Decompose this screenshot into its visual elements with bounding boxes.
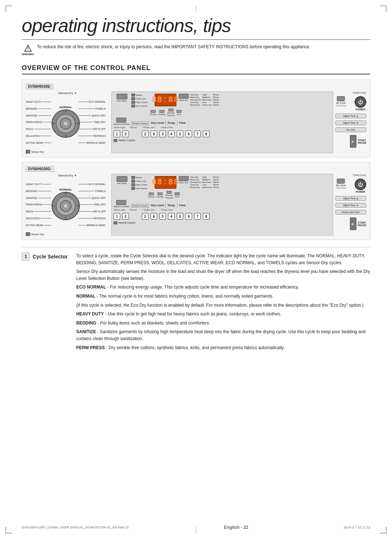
adjust-time-up-area-2: Adjust Time ▲: [335, 196, 366, 201]
vent-sensor-icon-2: [131, 187, 135, 190]
badge-1-1: 1: [114, 131, 120, 137]
cycle-label-refresh-1: REFRESH: [78, 135, 106, 137]
page-footer: DV9100HA DRY_DV56H_USER MANUAL_DC68-0317…: [22, 525, 370, 530]
anti-static-button-1[interactable]: □: [117, 94, 127, 99]
cycle-label-quick-dry-1: QUICK DRY: [78, 114, 106, 117]
adjust-time-up-button-2[interactable]: Adjust Time ▲: [335, 196, 366, 201]
desc-para-2: Sensor Dry automatically senses the mois…: [76, 268, 370, 282]
rack-dry-button-2[interactable]: [179, 176, 189, 181]
sound-label-2: *Sound: [130, 209, 137, 211]
anti-static-button-2[interactable]: □: [117, 176, 127, 182]
drum-light-label-1: *Drum Light: [114, 126, 125, 128]
diagram-inner-2: Manual Dry ▼ HEAVY DUTY BEDDING: [26, 174, 366, 236]
cycle-wheel-panel-1: Manual Dry ▼ HEAVY DUTY BEDDING: [26, 91, 109, 154]
cycle-label-air-fluff-1: AIR FLUFF: [78, 128, 106, 130]
badge-2a-1: 2: [142, 131, 148, 137]
corner-mark-tr: [380, 5, 387, 12]
start-pause-label-1: START PAUSE: [358, 139, 366, 144]
small-load-care-button[interactable]: Small Load Care*: [335, 210, 366, 215]
adjust-time-down-button-2[interactable]: Adjust Time ▼: [335, 203, 366, 208]
steam-icon-1: [131, 94, 135, 97]
separator-1: [166, 120, 166, 125]
drum-light-label-2: *Drum Light: [114, 209, 125, 211]
badge-6b-2: 6: [151, 213, 157, 220]
manual-dry-arrow-2: ▼: [74, 174, 77, 177]
drying-dot-1: [151, 110, 156, 113]
wrinkle-prevent-button-2[interactable]: Wrinkle Prevent: [131, 204, 149, 208]
child-lock-icon-1: [131, 97, 135, 100]
my-cycle-button-1[interactable]: [337, 96, 345, 101]
power-button-1[interactable]: ⏻: [355, 96, 366, 108]
manual-dry-arrow-1: ▼: [74, 92, 77, 94]
cycle-label-wool-2: WOOL: [26, 210, 51, 213]
cycle-label-wrinkle-away-1: WRINKLE AWAY: [78, 142, 106, 144]
number-badges-row-2: 1 2 2 6 3 4 5 6 7 8: [114, 213, 331, 220]
rack-dry-button-1[interactable]: [179, 94, 189, 99]
cycle-wheel-svg-2[interactable]: [51, 192, 80, 221]
warning-text: To reduce the risk of fire, electric sho…: [37, 44, 310, 49]
time-label-1: Time: [179, 121, 186, 124]
child-lock-text-2: →*Child Lock→: [141, 209, 156, 211]
drying-indicator-1: Drying: [150, 110, 156, 115]
cycle-label-perm-press-2: PERM PRESS: [26, 203, 51, 206]
adjust-time-down-area-1: Adjust Time ▼: [335, 121, 366, 125]
badge-2b-2: 2: [142, 213, 148, 220]
rack-dry-area-1: Rack Dry: [179, 94, 189, 101]
diagram-inner-1: Manual Dry ▼ HEAVY DUTY BEDDING: [26, 91, 366, 154]
mixed-load-bell-area-2: Mixed Load Bell: [114, 200, 129, 208]
my-cycle-label-1: My Cycle: [336, 102, 346, 104]
start-pause-area-1: ▶ START PAUSE: [350, 135, 366, 148]
warning-triangle-icon: !: [24, 44, 32, 52]
smart-care-label-2: *Smart Care: [161, 209, 173, 211]
wrinkle-prevent-button-1[interactable]: Wrinkle Prevent: [131, 122, 149, 125]
cycle-label-bedding-2: BEDDING: [26, 190, 51, 192]
eco-dry-button-1[interactable]: Eco Dry: [335, 127, 366, 132]
temp-label-2: Temp.: [167, 204, 176, 207]
page-title: operating instructions, tips: [22, 15, 370, 40]
badge-6-1: 6: [151, 131, 157, 137]
desc-para-3: ECO NORMAL - For reducing energy usage. …: [76, 284, 370, 291]
rack-dry-label-1: Rack Dry: [179, 99, 188, 101]
steam-cycles-icon-1: [114, 139, 117, 142]
mixed-load-bell-button-1[interactable]: [116, 118, 126, 123]
cycle-selector-label: Cycle Selector: [33, 254, 68, 260]
anti-static-area-2: □ Anti Static: [114, 176, 130, 184]
adjust-time-down-area-2: Adjust Time ▼: [335, 203, 366, 208]
right-top-row-2: My Cycle *Cycle Save ⏻ POWER: [335, 179, 366, 193]
power-label-2: POWER: [356, 191, 365, 193]
cycle-label-quick-dry-2: QUICK DRY: [78, 197, 106, 199]
mixed-load-bell-area-1: Mixed Load Bell: [114, 118, 129, 125]
eco-dry-area-1: Eco Dry: [335, 127, 366, 132]
warning-notice: ! WARNING To reduce the risk of fire, el…: [22, 44, 370, 56]
anti-static-label-1: Anti Static: [117, 100, 127, 102]
end-dot-2: [175, 192, 180, 195]
cooling-dot-1: [159, 110, 164, 113]
desc-para-8: SANITIZE - Sanitizes garments by infusin…: [76, 328, 370, 342]
dry-temp-time-labels-2: Dry Level Temp. Time: [151, 203, 186, 208]
normal-label-1: NORMAL: [51, 106, 80, 109]
child-lock-icon-row-1: Child Lock: [131, 97, 153, 100]
separator-4: [177, 203, 177, 208]
cycle-label-perm-press-1: PERM PRESS: [26, 121, 51, 123]
mixed-load-bell-label-2: Mixed Load Bell: [114, 205, 129, 208]
rack-dry-label-2: Rack Dry: [179, 181, 188, 184]
display-top-row-2: □ Anti Static Steam Child Lock: [114, 176, 331, 190]
separator-3: [166, 203, 166, 208]
adjust-time-up-button-1[interactable]: Adjust Time ▲: [335, 114, 366, 118]
power-button-2[interactable]: ⏻: [355, 179, 366, 190]
mixed-load-bell-button-2[interactable]: [116, 200, 126, 205]
rack-dry-area-2: Rack Dry: [179, 176, 189, 184]
badge-8-2: 8: [203, 213, 209, 220]
cycle-wheel-svg-1[interactable]: [51, 109, 80, 138]
start-pause-icon-2: ▶ START PAUSE: [350, 217, 366, 230]
cycle-save-label-1: *Cycle Save: [335, 105, 346, 107]
start-icon-2: ▶: [350, 217, 356, 230]
level-indicators-2: Very Dry More Dry Normal Dry Less Dry Da…: [190, 176, 219, 188]
wrinkle-prevent-indicator-1: Wrinkle Prevent: [167, 109, 175, 117]
adjust-time-down-button-1[interactable]: Adjust Time ▼: [335, 121, 366, 125]
desc-para-5: (If this cycle is selected, the Eco Dry …: [76, 302, 370, 309]
cycle-label-wrinkle-away-2: WRINKLE AWAY: [78, 224, 106, 226]
my-cycle-button-2[interactable]: [337, 179, 345, 184]
badge-3-1: 3: [159, 131, 166, 137]
display-top-row-1: □ Anti Static Steam: [114, 94, 331, 107]
